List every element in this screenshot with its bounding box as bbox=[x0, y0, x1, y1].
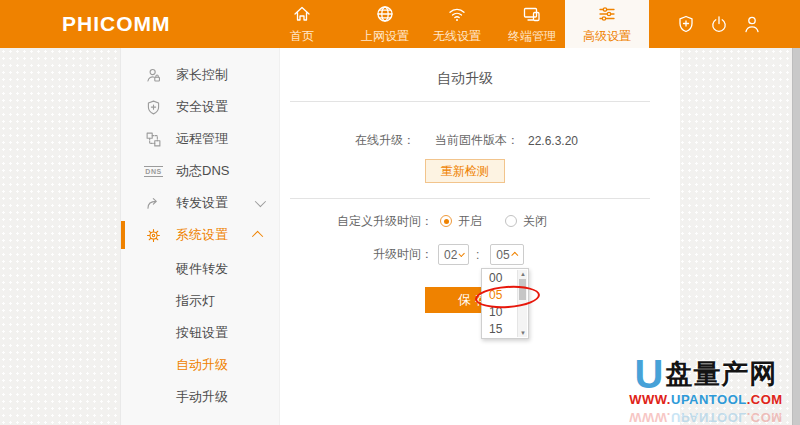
dropdown-scrollbar[interactable]: ▲ ▼ bbox=[517, 270, 527, 337]
radio-on-label[interactable]: 开启 bbox=[458, 213, 482, 230]
tab-label: 无线设置 bbox=[433, 28, 481, 45]
firmware-version-value: 22.6.3.20 bbox=[528, 134, 578, 148]
watermark-u-logo: U bbox=[635, 354, 664, 394]
watermark-url-domain: UPANTOOL bbox=[671, 392, 747, 407]
tab-advanced-settings[interactable]: 高级设置 bbox=[565, 0, 649, 48]
custom-time-label: 自定义升级时间： bbox=[280, 213, 433, 230]
wifi-icon bbox=[447, 4, 467, 27]
hour-select[interactable]: 02 bbox=[438, 244, 469, 265]
divider bbox=[290, 101, 650, 102]
sliders-icon bbox=[597, 4, 617, 27]
submenu-item-button-settings[interactable]: 按钮设置 bbox=[121, 317, 279, 349]
watermark-url-prefix: WWW. bbox=[629, 392, 671, 407]
custom-upgrade-time-row: 自定义升级时间： 开启 关闭 bbox=[280, 213, 547, 229]
watermark-site-name: 盘量产网 bbox=[665, 356, 777, 392]
watermark-reflection: WWW.UPANTOOL.COM bbox=[616, 408, 796, 423]
upgrade-time-label: 升级时间： bbox=[280, 246, 433, 263]
power-icon[interactable] bbox=[709, 14, 729, 34]
sidebar-item-remote-management[interactable]: 远程管理 bbox=[121, 123, 279, 155]
submenu-item-manual-upgrade[interactable]: 手动升级 bbox=[121, 381, 279, 413]
scroll-up-icon[interactable]: ▲ bbox=[518, 270, 528, 278]
header-actions bbox=[676, 0, 762, 48]
scroll-down-icon[interactable]: ▼ bbox=[518, 329, 528, 337]
brand-logo: PHICOMM bbox=[62, 0, 171, 48]
dns-icon: DNS bbox=[145, 163, 162, 180]
sidebar-item-forwarding-settings[interactable]: 转发设置 bbox=[121, 187, 279, 219]
dropdown-scroll-thumb[interactable] bbox=[519, 279, 526, 300]
radio-on[interactable] bbox=[440, 215, 452, 227]
watermark-url-suffix: .COM bbox=[747, 392, 783, 407]
tab-label: 首页 bbox=[290, 28, 314, 45]
upgrade-time-row: 升级时间： 02 : 05 bbox=[280, 244, 524, 265]
tab-terminal-management[interactable]: 终端管理 bbox=[494, 0, 570, 48]
sidebar-item-dynamic-dns[interactable]: DNS 动态DNS bbox=[121, 155, 279, 187]
current-firmware-label: 当前固件版本： bbox=[435, 132, 519, 149]
submenu-item-indicator-light[interactable]: 指示灯 bbox=[121, 285, 279, 317]
submenu-item-auto-upgrade[interactable]: 自动升级 bbox=[121, 349, 279, 381]
watermark: U 盘量产网 WWW.UPANTOOL.COM WWW.UPANTOOL.COM bbox=[616, 354, 796, 423]
firmware-version-row: 在线升级： 当前固件版本： 22.6.3.20 bbox=[355, 132, 578, 149]
sidebar-item-label: 安全设置 bbox=[176, 98, 228, 116]
sidebar-item-label: 远程管理 bbox=[176, 130, 228, 148]
shield-plus-icon[interactable] bbox=[676, 14, 696, 34]
sidebar-item-system-settings[interactable]: 系统设置 bbox=[121, 219, 279, 251]
radio-off[interactable] bbox=[505, 215, 517, 227]
chevron-up-icon bbox=[512, 252, 519, 259]
parental-control-icon bbox=[145, 67, 162, 84]
system-settings-submenu: 硬件转发 指示灯 按钮设置 自动升级 手动升级 bbox=[121, 253, 279, 413]
sidebar-item-security-settings[interactable]: 安全设置 bbox=[121, 91, 279, 123]
chevron-up-icon bbox=[252, 231, 263, 242]
globe-icon bbox=[375, 4, 395, 27]
sidebar-item-parental-control[interactable]: 家长控制 bbox=[121, 59, 279, 91]
minute-select[interactable]: 05 bbox=[490, 244, 524, 265]
submenu-item-hardware-forwarding[interactable]: 硬件转发 bbox=[121, 253, 279, 285]
divider bbox=[290, 198, 650, 199]
time-separator: : bbox=[476, 248, 479, 262]
watermark-content: U 盘量产网 WWW.UPANTOOL.COM bbox=[616, 354, 796, 407]
devices-icon bbox=[522, 4, 542, 27]
online-upgrade-label: 在线升级： bbox=[355, 132, 415, 149]
tab-label: 上网设置 bbox=[361, 28, 409, 45]
sidebar-item-label: 动态DNS bbox=[176, 162, 229, 180]
recheck-button[interactable]: 重新检测 bbox=[425, 159, 505, 183]
hour-value: 02 bbox=[444, 248, 457, 262]
sidebar-item-label: 转发设置 bbox=[176, 194, 228, 212]
chevron-down-icon bbox=[459, 251, 465, 257]
tab-label: 高级设置 bbox=[583, 28, 631, 45]
tab-label: 终端管理 bbox=[508, 28, 556, 45]
remote-management-icon bbox=[145, 131, 162, 148]
tab-wireless-settings[interactable]: 无线设置 bbox=[421, 0, 493, 48]
security-shield-icon bbox=[145, 99, 162, 116]
tab-home[interactable]: 首页 bbox=[266, 0, 338, 48]
gear-icon bbox=[145, 227, 162, 244]
forward-icon bbox=[145, 195, 162, 212]
router-admin-page: PHICOMM 首页 上网设置 无线设置 终端管理 bbox=[0, 0, 800, 425]
page-title: 自动升级 bbox=[280, 70, 650, 88]
sidebar-item-label: 系统设置 bbox=[176, 226, 228, 244]
chevron-down-icon bbox=[255, 196, 266, 207]
sidebar: 家长控制 安全设置 远程管理 DNS 动态DNS 转发设置 bbox=[120, 48, 280, 425]
watermark-url: WWW.UPANTOOL.COM bbox=[616, 392, 796, 407]
minute-dropdown-list: 00 05 10 15 ▲ ▼ bbox=[481, 268, 529, 339]
sidebar-item-label: 家长控制 bbox=[176, 66, 228, 84]
top-header: PHICOMM 首页 上网设置 无线设置 终端管理 bbox=[0, 0, 800, 48]
custom-time-radio-group: 开启 关闭 bbox=[440, 213, 547, 230]
tab-internet-settings[interactable]: 上网设置 bbox=[347, 0, 423, 48]
home-icon bbox=[292, 4, 312, 27]
minute-value: 05 bbox=[496, 248, 509, 262]
user-icon[interactable] bbox=[742, 14, 762, 34]
radio-off-label[interactable]: 关闭 bbox=[523, 213, 547, 230]
